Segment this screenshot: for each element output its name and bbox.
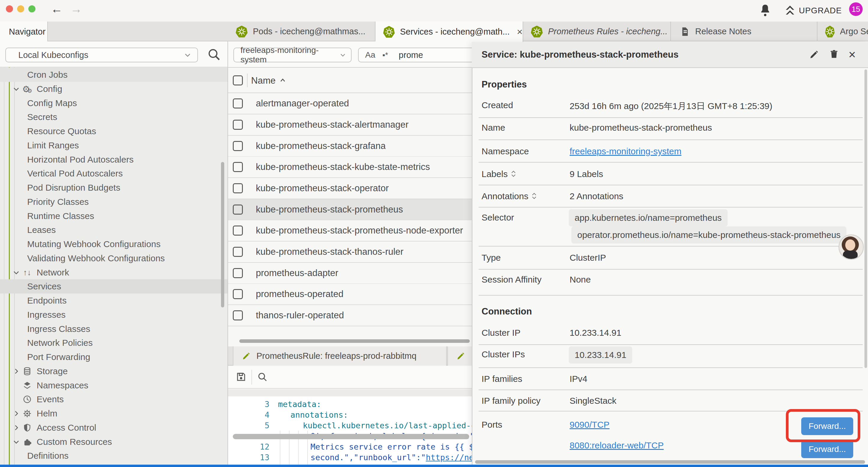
row-checkbox[interactable] xyxy=(233,141,243,151)
close-icon[interactable]: × xyxy=(848,49,856,60)
sidebar-item-limit-ranges[interactable]: Limit Ranges xyxy=(0,138,227,152)
sidebar-item-namespaces[interactable]: Namespaces xyxy=(0,378,227,392)
sidebar-item-endpoints[interactable]: Endpoints xyxy=(0,293,227,308)
sidebar-item-network-policies[interactable]: Network Policies xyxy=(0,336,227,350)
upgrade-icon[interactable] xyxy=(783,4,797,18)
editor-horizontal-scrollbar[interactable] xyxy=(233,434,469,439)
code-link[interactable]: https://net xyxy=(426,453,472,462)
search-icon[interactable] xyxy=(257,372,268,383)
editor-tab-secondary[interactable] xyxy=(447,346,472,366)
sidebar-item-services[interactable]: Services xyxy=(0,279,227,293)
sidebar-group-custom-resources[interactable]: Custom Resources xyxy=(0,435,227,449)
sidebar-item-definitions[interactable]: Definitions xyxy=(0,449,227,463)
chevron-down-icon[interactable] xyxy=(11,269,21,276)
sidebar-item-ingress-classes[interactable]: Ingress Classes xyxy=(0,322,227,336)
tab-argo[interactable]: Argo Se xyxy=(817,22,868,41)
avatar[interactable] xyxy=(838,234,864,260)
sidebar-item-leases[interactable]: Leases xyxy=(0,223,227,237)
table-row[interactable]: kube-prometheus-stack-operator xyxy=(228,178,472,199)
regex-toggle[interactable]: ▪* xyxy=(382,51,388,60)
tab-release-notes[interactable]: Release Notes xyxy=(671,22,817,41)
sidebar-item-horizontal-pod-autoscalers[interactable]: Horizontal Pod Autoscalers xyxy=(0,152,227,167)
chevron-down-icon[interactable] xyxy=(11,85,21,93)
sidebar-item-validating-webhook-configurations[interactable]: Validating Webhook Configurations xyxy=(0,251,227,265)
tab-prometheus-rules[interactable]: Prometheus Rules - icecheng... xyxy=(523,22,671,41)
namespace-link[interactable]: freeleaps-monitoring-system xyxy=(569,146,681,156)
row-checkbox[interactable] xyxy=(233,162,243,172)
row-checkbox[interactable] xyxy=(233,310,243,320)
table-row[interactable]: kube-prometheus-stack-prometheus-node-ex… xyxy=(228,220,472,241)
match-case-toggle[interactable]: Aa xyxy=(365,50,375,60)
forward-button[interactable]: → xyxy=(70,3,82,15)
port-link-9090[interactable]: 9090/TCP xyxy=(569,420,610,430)
sidebar-item-mutating-webhook-configurations[interactable]: Mutating Webhook Configurations xyxy=(0,237,227,251)
sidebar-item-priority-classes[interactable]: Priority Classes xyxy=(0,195,227,209)
search-input[interactable]: Aa ▪* prome xyxy=(358,48,482,62)
chevron-down-icon[interactable] xyxy=(11,438,21,446)
navigator-scrollbar[interactable] xyxy=(221,162,224,308)
row-checkbox[interactable] xyxy=(233,205,243,214)
chevron-right-icon[interactable] xyxy=(11,424,21,432)
namespace-select[interactable]: freeleaps-monitoring-system xyxy=(234,48,351,62)
sidebar-item-secrets[interactable]: Secrets xyxy=(0,110,227,124)
table-row[interactable]: prometheus-adapter xyxy=(228,263,472,284)
sidebar-item-resource-quotas[interactable]: Resource Quotas xyxy=(0,124,227,138)
details-vertical-scrollbar[interactable] xyxy=(864,69,867,368)
close-window-button[interactable] xyxy=(6,5,13,12)
labels-label[interactable]: Labels xyxy=(482,169,517,180)
expand-collapse-icon[interactable] xyxy=(531,192,537,202)
notification-badge[interactable]: 15 xyxy=(849,2,863,16)
expand-collapse-icon[interactable] xyxy=(510,170,517,180)
sort-ascending-icon[interactable] xyxy=(279,76,286,87)
sidebar-item-runtime-classes[interactable]: Runtime Classes xyxy=(0,209,227,223)
sidebar-item-vertical-pod-autoscalers[interactable]: Vertical Pod Autoscalers xyxy=(0,167,227,181)
row-checkbox[interactable] xyxy=(233,247,243,257)
table-row[interactable]: kube-prometheus-stack-kube-state-metrics xyxy=(228,157,472,178)
chevron-right-icon[interactable] xyxy=(11,368,21,375)
table-row[interactable]: alertmanager-operated xyxy=(228,93,472,114)
port-link-8080[interactable]: 8080:reloader-web/TCP xyxy=(569,440,664,450)
upgrade-label[interactable]: UPGRADE xyxy=(799,6,842,16)
sidebar-group-config[interactable]: ⚙⚙ Config xyxy=(0,82,227,96)
sidebar-group-helm[interactable]: Helm xyxy=(0,406,227,420)
chevron-right-icon[interactable] xyxy=(11,410,21,417)
sidebar-item-events[interactable]: Events xyxy=(0,392,227,406)
minimize-window-button[interactable] xyxy=(17,5,24,12)
edit-pencil-icon[interactable] xyxy=(809,50,819,61)
table-row[interactable]: prometheus-operated xyxy=(228,284,472,305)
row-checkbox[interactable] xyxy=(233,120,243,130)
table-row[interactable]: kube-prometheus-stack-grafana xyxy=(228,136,472,157)
close-icon[interactable]: × xyxy=(517,26,523,37)
tab-pods[interactable]: Pods - icecheng@mathmas... xyxy=(228,22,375,41)
select-all-checkbox[interactable] xyxy=(233,76,243,85)
row-checkbox[interactable] xyxy=(233,268,243,278)
details-horizontal-scrollbar[interactable] xyxy=(475,460,865,464)
table-horizontal-scrollbar[interactable] xyxy=(239,339,470,343)
table-row[interactable]: kube-prometheus-stack-alertmanager xyxy=(228,114,472,136)
row-checkbox[interactable] xyxy=(233,289,243,299)
editor-tab-prometheusrule[interactable]: PrometheusRule: freeleaps-prod-rabbitmq xyxy=(233,346,447,366)
sidebar-item-cron-jobs[interactable]: Cron Jobs xyxy=(0,68,227,82)
bell-icon[interactable] xyxy=(759,4,772,19)
kubeconfig-select[interactable]: Local Kubeconfigs xyxy=(5,48,198,62)
sidebar-item-pod-disruption-budgets[interactable]: Pod Disruption Budgets xyxy=(0,181,227,195)
annotations-label[interactable]: Annotations xyxy=(482,191,537,202)
forward-button-8080[interactable]: Forward... xyxy=(801,440,853,458)
table-row[interactable]: thanos-ruler-operated xyxy=(228,305,472,326)
sidebar-group-network[interactable]: ↑↓ Network xyxy=(0,265,227,280)
sidebar-item-config-maps[interactable]: Config Maps xyxy=(0,96,227,110)
row-checkbox[interactable] xyxy=(233,183,243,193)
trash-icon[interactable] xyxy=(829,49,839,60)
sidebar-group-storage[interactable]: Storage xyxy=(0,364,227,378)
zoom-window-button[interactable] xyxy=(28,5,35,12)
name-column-header[interactable]: Name xyxy=(251,76,276,86)
sidebar-item-ingresses[interactable]: Ingresses xyxy=(0,308,227,322)
search-icon[interactable] xyxy=(207,47,221,63)
row-checkbox[interactable] xyxy=(233,226,243,236)
sidebar-item-port-forwarding[interactable]: Port Forwarding xyxy=(0,350,227,364)
sidebar-group-access-control[interactable]: Access Control xyxy=(0,420,227,435)
table-row[interactable]: kube-prometheus-stack-thanos-ruler xyxy=(228,241,472,263)
save-icon[interactable] xyxy=(236,372,246,383)
row-checkbox[interactable] xyxy=(233,98,243,109)
navigator-panel-tab[interactable]: Navigator xyxy=(0,22,48,42)
